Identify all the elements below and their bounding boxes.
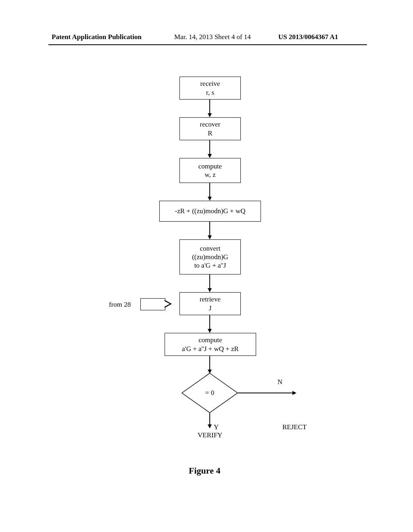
arrow-no-head: [292, 391, 296, 395]
arrow-no: [238, 393, 292, 393]
arrow-2: [209, 140, 210, 155]
step-retrieve-j-l1: retrieve: [200, 295, 221, 303]
arrow-1-head: [208, 113, 212, 117]
arrow-5-head: [208, 288, 212, 292]
out-reject: REJECT: [282, 423, 307, 431]
from-28-arrow-box: [140, 298, 165, 310]
step-expression: -zR + ((zu)modn)G + wQ: [159, 201, 261, 222]
arrow-6: [209, 315, 210, 330]
arrow-6-head: [208, 329, 212, 333]
step-retrieve-j-l2: J: [209, 304, 212, 312]
header-docnumber: US 2013/0064367 A1: [278, 33, 338, 41]
step-convert-l2: ((zu)modn)G: [192, 253, 228, 261]
step-receive: receive r, s: [179, 77, 241, 100]
step-recover: recover R: [179, 117, 241, 140]
step-compute-wz-l1: compute: [198, 162, 222, 170]
out-verify: VERIFY: [198, 431, 222, 439]
step-convert-l3: to a'G + a''J: [194, 261, 226, 270]
step-convert-l1: convert: [200, 244, 221, 253]
from-28-label: from 28: [109, 301, 131, 309]
arrow-2-head: [208, 154, 212, 158]
figure-caption: Figure 4: [189, 466, 220, 476]
step-receive-l1: receive: [200, 79, 220, 88]
decision-equals-zero: = 0: [181, 373, 238, 413]
step-expression-text: -zR + ((zu)modn)G + wQ: [175, 207, 246, 215]
step-retrieve-j: retrieve J: [179, 292, 241, 315]
step-compute-wz-l2: w, z: [204, 170, 215, 179]
step-compute-wz: compute w, z: [179, 158, 241, 183]
header-sheet: Mar. 14, 2013 Sheet 4 of 14: [174, 33, 251, 41]
step-compute-final-l1: compute: [198, 336, 222, 344]
arrow-3: [209, 183, 210, 197]
step-recover-l2: R: [208, 129, 212, 137]
step-receive-l2: r, s: [206, 88, 214, 97]
arrow-yes-head: [208, 424, 212, 428]
arrow-4-head: [208, 235, 212, 239]
step-compute-final: compute a'G + a''J + wQ + zR: [165, 333, 256, 356]
page-header: Patent Application Publication Mar. 14, …: [0, 33, 413, 45]
from-28-arrow-head: [165, 300, 172, 308]
arrow-yes: [209, 413, 210, 425]
branch-no-label: N: [277, 378, 282, 386]
step-recover-l1: recover: [200, 120, 221, 129]
header-rule: [48, 44, 367, 45]
decision-text: = 0: [181, 373, 238, 413]
arrow-5: [209, 274, 210, 289]
header-publication: Patent Application Publication: [52, 33, 142, 41]
branch-yes-label: Y: [214, 423, 219, 431]
arrow-3-head: [208, 197, 212, 201]
arrow-4: [209, 222, 210, 236]
arrow-7: [209, 356, 210, 370]
step-convert: convert ((zu)modn)G to a'G + a''J: [179, 239, 241, 274]
step-compute-final-l2: a'G + a''J + wQ + zR: [182, 345, 239, 353]
arrow-1: [209, 100, 210, 114]
